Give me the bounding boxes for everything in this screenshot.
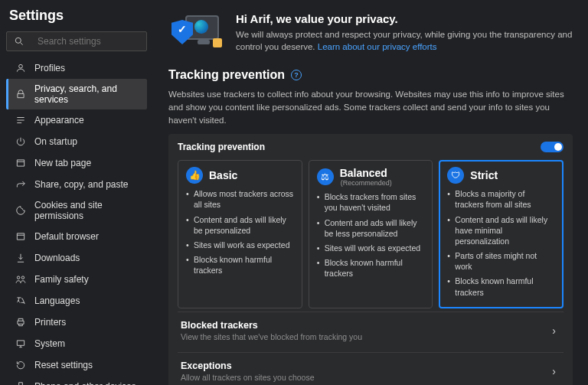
sidebar-item-system[interactable]: System — [6, 333, 147, 354]
level-bullet: Sites will work as expected — [186, 240, 294, 250]
shield-icon — [172, 20, 193, 44]
browser-icon — [15, 230, 27, 243]
sidebar-item-default-browser[interactable]: Default browser — [6, 226, 147, 247]
tracking-card-title: Tracking prevention — [178, 142, 265, 152]
sidebar-item-label: System — [34, 338, 65, 349]
blocked-trackers-sub: View the sites that we've blocked from t… — [181, 332, 362, 341]
sidebar-item-label: Family safety — [34, 274, 89, 285]
info-icon[interactable]: ? — [291, 70, 302, 80]
sidebar-item-label: Printers — [34, 317, 66, 328]
sidebar-item-reset-settings[interactable]: Reset settings — [6, 354, 147, 376]
tracking-level-basic[interactable]: 👍BasicAllows most trackers across all si… — [178, 160, 302, 308]
nav-list: ProfilesPrivacy, search, and servicesApp… — [6, 57, 147, 385]
level-bullet: Blocks known harmful trackers — [317, 257, 425, 279]
level-bullet: Parts of sites might not work — [447, 250, 555, 272]
level-bullet: Blocks a majority of trackers from all s… — [447, 188, 555, 210]
level-name: Strict — [470, 169, 498, 181]
profile-icon — [15, 62, 27, 74]
search-box[interactable] — [6, 31, 147, 51]
sidebar-item-on-startup[interactable]: On startup — [6, 131, 147, 152]
strict-icon: 🛡 — [447, 167, 464, 184]
sidebar-item-new-tab-page[interactable]: New tab page — [6, 152, 147, 174]
chevron-right-icon: › — [547, 365, 560, 377]
tracking-toggle[interactable] — [541, 142, 564, 152]
level-bullet: Sites will work as expected — [317, 243, 425, 253]
sidebar-item-label: Downloads — [34, 253, 80, 263]
sidebar-item-label: Profiles — [34, 63, 65, 73]
sidebar-item-label: On startup — [34, 136, 77, 147]
search-input[interactable] — [38, 36, 140, 47]
level-bullet: Allows most trackers across all sites — [186, 188, 294, 210]
exceptions-title: Exceptions — [181, 361, 315, 371]
exceptions-sub: Allow all trackers on sites you choose — [181, 373, 315, 382]
level-bullet: Blocks known harmful trackers — [447, 276, 555, 297]
main-content: Hi Arif, we value your privacy. We will … — [153, 0, 588, 385]
level-subtitle: (Recommended) — [341, 179, 392, 187]
appearance-icon — [15, 114, 27, 126]
tracking-levels: 👍BasicAllows most trackers across all si… — [178, 160, 564, 308]
sidebar-item-label: Reset settings — [34, 360, 93, 370]
family-icon — [15, 273, 27, 285]
language-icon — [15, 295, 27, 307]
sidebar-item-profiles[interactable]: Profiles — [6, 57, 147, 79]
sidebar-item-phone-and-other-devices[interactable]: Phone and other devices — [6, 376, 147, 385]
sidebar-item-privacy-search-and-services[interactable]: Privacy, search, and services — [6, 79, 147, 109]
system-icon — [15, 338, 27, 350]
sidebar-item-printers[interactable]: Printers — [6, 312, 147, 333]
download-icon — [15, 252, 27, 264]
sidebar-item-family-safety[interactable]: Family safety — [6, 269, 147, 290]
svg-point-0 — [15, 38, 21, 43]
cookie-icon — [15, 204, 27, 217]
edge-logo-icon — [194, 20, 208, 34]
hero-heading: Hi Arif, we value your privacy. — [236, 12, 573, 25]
level-name: Balanced — [340, 167, 392, 179]
privacy-hero: Hi Arif, we value your privacy. We will … — [168, 12, 573, 53]
sidebar-item-label: Privacy, search, and services — [34, 83, 141, 105]
blocked-trackers-title: Blocked trackers — [181, 320, 362, 331]
settings-title: Settings — [9, 8, 144, 24]
level-bullet: Content and ads will likely be personali… — [186, 214, 294, 236]
hero-body: We will always protect and respect your … — [236, 28, 573, 53]
balanced-icon: ⚖ — [317, 168, 334, 185]
share-icon — [15, 178, 27, 191]
sidebar-item-appearance[interactable]: Appearance — [6, 109, 147, 131]
tracking-level-strict[interactable]: 🛡StrictBlocks a majority of trackers fro… — [439, 160, 564, 308]
privacy-hero-art — [168, 12, 222, 51]
blocked-trackers-row[interactable]: Blocked trackers View the sites that we'… — [178, 312, 564, 349]
level-bullet: Blocks known harmful trackers — [186, 254, 294, 276]
tracking-section-desc: Websites use trackers to collect info ab… — [168, 88, 573, 126]
sidebar-item-cookies-and-site-permissions[interactable]: Cookies and site permissions — [6, 195, 147, 226]
level-name: Basic — [209, 169, 237, 181]
level-bullet: Content and ads will likely be less pers… — [317, 217, 425, 239]
sidebar-item-label: Languages — [34, 295, 80, 306]
reset-icon — [15, 359, 27, 371]
search-icon — [13, 35, 25, 47]
sidebar: Settings ProfilesPrivacy, search, and se… — [0, 0, 153, 385]
printer-icon — [15, 316, 27, 328]
newtab-icon — [15, 157, 27, 169]
tracking-section-title: Tracking prevention ? — [168, 68, 573, 82]
sidebar-item-label: Appearance — [34, 115, 84, 126]
lock-icon — [15, 88, 27, 100]
sidebar-item-label: Cookies and site permissions — [34, 200, 141, 221]
sidebar-item-label: Share, copy, and paste — [34, 179, 129, 190]
tracking-level-balanced[interactable]: ⚖Balanced(Recommended)Blocks trackers fr… — [309, 160, 433, 308]
sidebar-item-label: New tab page — [34, 158, 91, 168]
sidebar-item-downloads[interactable]: Downloads — [6, 247, 147, 269]
sidebar-item-share-copy-and-paste[interactable]: Share, copy, and paste — [6, 174, 147, 195]
sidebar-item-label: Default browser — [34, 231, 99, 242]
sidebar-item-label: Phone and other devices — [34, 381, 136, 385]
sidebar-item-languages[interactable]: Languages — [6, 290, 147, 312]
chevron-right-icon: › — [547, 325, 560, 337]
lock-badge-icon — [213, 38, 222, 47]
phone-icon — [15, 380, 27, 385]
hero-learn-link[interactable]: Learn about our privacy efforts — [318, 42, 437, 51]
basic-icon: 👍 — [186, 167, 203, 184]
tracking-card: Tracking prevention 👍BasicAllows most tr… — [168, 134, 573, 385]
power-icon — [15, 135, 27, 148]
level-bullet: Blocks trackers from sites you haven't v… — [317, 191, 425, 213]
exceptions-row[interactable]: Exceptions Allow all trackers on sites y… — [178, 352, 564, 385]
level-bullet: Content and ads will likely have minimal… — [447, 214, 555, 247]
